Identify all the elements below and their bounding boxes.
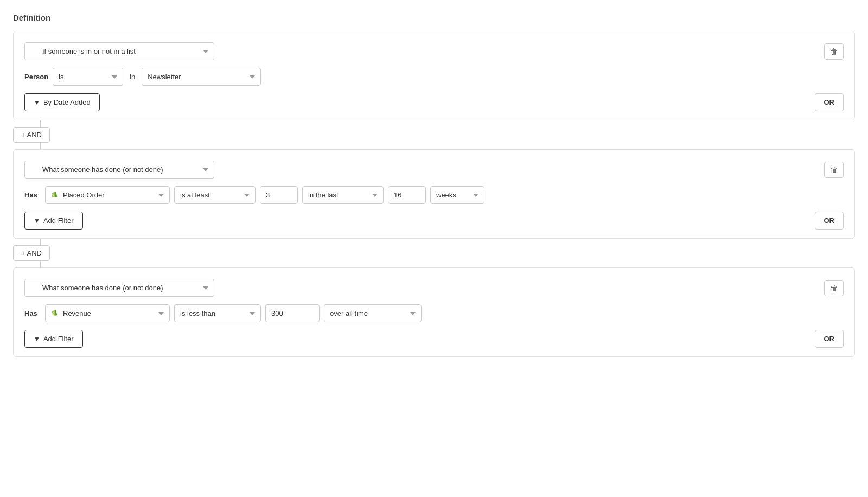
action-select-wrapper-2[interactable]: Placed Order Revenue [45,186,170,204]
action-select-3[interactable]: Placed Order Revenue [45,304,170,322]
person-label: Person [24,73,48,81]
page-container: Definition If someone is in or not in a … [13,13,855,357]
and-button-1[interactable]: + AND [13,127,50,143]
or-button-3[interactable]: OR [815,330,844,348]
revenue-operator-select-3[interactable]: is less than is greater than equals [174,304,261,322]
and-connector-2: + AND [13,239,855,267]
has-label-3: Has [24,309,41,317]
condition-type-dropdown-1[interactable]: If someone is in or not in a list [24,42,214,60]
condition-type-select-1[interactable]: If someone is in or not in a list [24,42,214,60]
action-select-2[interactable]: Placed Order Revenue [45,186,170,204]
trash-icon-1: 🗑 [830,47,838,56]
unit-select-2[interactable]: days weeks months [430,186,484,204]
action-select-wrapper-3[interactable]: Placed Order Revenue [45,304,170,322]
add-filter-button-2[interactable]: ▼ Add Filter [24,212,83,230]
condition-block-3: If someone is in or not in a list What s… [13,267,855,357]
list-select[interactable]: Newsletter VIP List Subscribers [142,68,261,86]
or-button-2[interactable]: OR [815,212,844,230]
operator-select-2[interactable]: is at least is at most equals [174,186,256,204]
and-button-2[interactable]: + AND [13,245,50,261]
trash-icon-2: 🗑 [830,165,838,174]
trash-icon-3: 🗑 [830,284,838,292]
condition-type-dropdown-2[interactable]: If someone is in or not in a list What s… [24,161,214,179]
by-date-added-label: By Date Added [43,98,91,106]
delete-block-1-button[interactable]: 🗑 [824,43,844,60]
or-button-1[interactable]: OR [815,93,844,111]
in-label: in [127,73,137,81]
has-label-2: Has [24,191,41,199]
delete-block-3-button[interactable]: 🗑 [824,280,844,296]
condition-type-select-3[interactable]: If someone is in or not in a list What s… [24,279,214,297]
revenue-input-3[interactable] [265,304,320,322]
condition-block-1: If someone is in or not in a list 🗑 Pers… [13,31,855,120]
filter-icon-2: ▼ [34,217,40,225]
count-input-2[interactable] [260,186,298,204]
add-filter-button-3[interactable]: ▼ Add Filter [24,330,83,348]
revenue-timeframe-select-3[interactable]: over all time in the last [324,304,422,322]
time-input-2[interactable] [388,186,426,204]
filter-icon-1: ▼ [34,99,40,106]
filter-icon-3: ▼ [34,335,40,343]
add-filter-label-2: Add Filter [43,216,74,225]
condition-type-dropdown-3[interactable]: If someone is in or not in a list What s… [24,279,214,297]
delete-block-2-button[interactable]: 🗑 [824,162,844,178]
condition-type-select-2[interactable]: If someone is in or not in a list What s… [24,161,214,179]
and-connector-1: + AND [13,120,855,149]
page-title: Definition [13,13,855,22]
timeframe-select-2[interactable]: in the last over all time [302,186,384,204]
person-is-select[interactable]: is is not [53,68,123,86]
condition-block-2: If someone is in or not in a list What s… [13,149,855,239]
add-filter-label-3: Add Filter [43,335,74,343]
by-date-added-button[interactable]: ▼ By Date Added [24,93,100,111]
